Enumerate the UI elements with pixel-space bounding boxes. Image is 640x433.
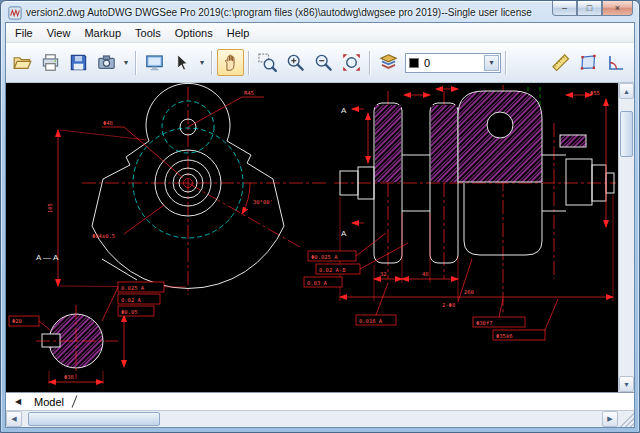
dim-label: 2-Φ8 bbox=[442, 302, 455, 308]
print-button[interactable] bbox=[37, 49, 64, 76]
toolbar-separator bbox=[211, 51, 213, 75]
open-folder-icon bbox=[13, 53, 32, 72]
dim-label: 260 bbox=[464, 289, 474, 295]
section-label: A — A bbox=[36, 253, 59, 262]
zoom-extents-button[interactable] bbox=[338, 49, 365, 76]
tab-model-label: Model bbox=[34, 396, 64, 408]
measure-group bbox=[547, 49, 630, 76]
layer-combo[interactable]: 0 ▾ bbox=[405, 53, 501, 73]
dim-label: Φ48 bbox=[103, 120, 113, 126]
dim-label: Φ0.025 A bbox=[311, 254, 338, 260]
dim-label: Φ38 bbox=[64, 374, 74, 380]
menu-help[interactable]: Help bbox=[220, 24, 257, 42]
resize-grip[interactable] bbox=[618, 411, 634, 427]
vertical-scroll-track[interactable] bbox=[619, 99, 634, 376]
cut-label-top: A bbox=[341, 106, 347, 115]
drawing-canvas[interactable]: 30°00' bbox=[6, 83, 618, 392]
client-area: File View Markup Tools Options Help ▾ ▾ bbox=[5, 22, 635, 428]
toolbar-separator bbox=[135, 51, 137, 75]
pan-button[interactable] bbox=[217, 49, 244, 76]
zoom-window-icon bbox=[258, 53, 277, 72]
dim-label: 0.02 A bbox=[121, 297, 142, 303]
zoom-in-icon bbox=[286, 53, 305, 72]
floppy-icon bbox=[69, 53, 88, 72]
vertical-scroll-thumb[interactable] bbox=[620, 111, 633, 157]
close-button[interactable]: × bbox=[602, 1, 633, 16]
save-button[interactable] bbox=[65, 49, 92, 76]
capture-dropdown[interactable]: ▾ bbox=[121, 58, 131, 67]
zoom-out-icon bbox=[314, 53, 333, 72]
measure-distance-button[interactable] bbox=[547, 49, 574, 76]
horizontal-scroll-track[interactable] bbox=[22, 411, 602, 427]
dim-label: 105 bbox=[47, 203, 53, 213]
scroll-left-button[interactable]: ◀ bbox=[6, 411, 22, 427]
minimize-button[interactable]: – bbox=[552, 1, 577, 16]
toolbar-separator bbox=[505, 51, 507, 75]
toolbar: ▾ ▾ 0 ▾ bbox=[6, 43, 634, 83]
toolbar-separator bbox=[248, 51, 250, 75]
drawing-svg: 30°00' bbox=[6, 83, 618, 392]
title-bar[interactable]: version2.dwg AutoDWG DWGSee Pro 2019(c:\… bbox=[5, 1, 635, 22]
zoom-window-button[interactable] bbox=[254, 49, 281, 76]
select-arrow-dropdown[interactable]: ▾ bbox=[197, 58, 207, 67]
hand-pan-icon bbox=[221, 53, 240, 72]
dim-label: 0.016 A bbox=[359, 318, 383, 324]
app-icon bbox=[8, 6, 22, 20]
printer-icon bbox=[41, 53, 60, 72]
dim-label: Φ0.05 bbox=[121, 309, 138, 315]
app-window: version2.dwg AutoDWG DWGSee Pro 2019(c:\… bbox=[0, 0, 640, 433]
cursor-arrow-icon bbox=[173, 53, 192, 72]
select-arrow-button[interactable] bbox=[169, 49, 196, 76]
layers-button[interactable] bbox=[375, 49, 402, 76]
layer-color-swatch bbox=[409, 58, 419, 68]
layer-combo-value: 0 bbox=[424, 57, 484, 69]
area-polygon-icon bbox=[579, 53, 598, 72]
maximize-button[interactable]: □ bbox=[577, 1, 602, 16]
layers-icon bbox=[379, 53, 398, 72]
dim-label: 0.025 A bbox=[121, 285, 145, 291]
layout-tab-bar: ◀ Model bbox=[6, 392, 634, 410]
horizontal-scroll-thumb[interactable] bbox=[28, 412, 160, 426]
scroll-down-button[interactable]: ▼ bbox=[619, 376, 634, 392]
zoom-out-button[interactable] bbox=[310, 49, 337, 76]
monitor-icon bbox=[145, 53, 164, 72]
zoom-extents-icon bbox=[342, 53, 361, 72]
ruler-icon bbox=[551, 53, 570, 72]
dim-label: 0.02 A-B bbox=[319, 267, 346, 273]
layer-combo-dropdown[interactable]: ▾ bbox=[484, 55, 499, 71]
dim-label: Φ55 bbox=[590, 90, 600, 96]
tab-nav-left-button[interactable]: ◀ bbox=[10, 397, 26, 406]
dim-label: 0.03 A bbox=[307, 280, 328, 286]
zoom-in-button[interactable] bbox=[282, 49, 309, 76]
dim-label: Φ35k6 bbox=[496, 333, 513, 339]
measure-angle-button[interactable] bbox=[603, 49, 630, 76]
menu-markup[interactable]: Markup bbox=[77, 24, 128, 42]
tab-edge bbox=[72, 395, 78, 407]
dim-label: 32 bbox=[380, 271, 387, 277]
menu-tools[interactable]: Tools bbox=[128, 24, 168, 42]
fullscreen-button[interactable] bbox=[141, 49, 168, 76]
menu-bar: File View Markup Tools Options Help bbox=[6, 23, 634, 43]
dim-label: 30°00' bbox=[253, 199, 273, 205]
caption-buttons: – □ × bbox=[552, 1, 633, 16]
workspace: 30°00' bbox=[6, 83, 634, 392]
dim-label: Φ84±0.5 bbox=[92, 233, 115, 239]
dim-label: Φ30f7 bbox=[476, 320, 493, 326]
scroll-up-button[interactable]: ▲ bbox=[619, 83, 634, 99]
camera-icon bbox=[97, 53, 116, 72]
cut-label-bottom: A bbox=[341, 229, 347, 238]
menu-options[interactable]: Options bbox=[168, 24, 220, 42]
tab-model[interactable]: Model bbox=[26, 393, 77, 410]
measure-area-button[interactable] bbox=[575, 49, 602, 76]
toolbar-separator bbox=[369, 51, 371, 75]
menu-file[interactable]: File bbox=[8, 24, 40, 42]
menu-view[interactable]: View bbox=[40, 24, 78, 42]
scroll-right-button[interactable]: ▶ bbox=[602, 411, 618, 427]
window-title: version2.dwg AutoDWG DWGSee Pro 2019(c:\… bbox=[26, 7, 548, 18]
horizontal-scrollbar[interactable]: ◀ ▶ bbox=[6, 410, 634, 427]
open-button[interactable] bbox=[9, 49, 36, 76]
dim-label: 48 bbox=[422, 271, 429, 277]
angle-icon bbox=[607, 53, 626, 72]
capture-button[interactable] bbox=[93, 49, 120, 76]
vertical-scrollbar[interactable]: ▲ ▼ bbox=[618, 83, 634, 392]
